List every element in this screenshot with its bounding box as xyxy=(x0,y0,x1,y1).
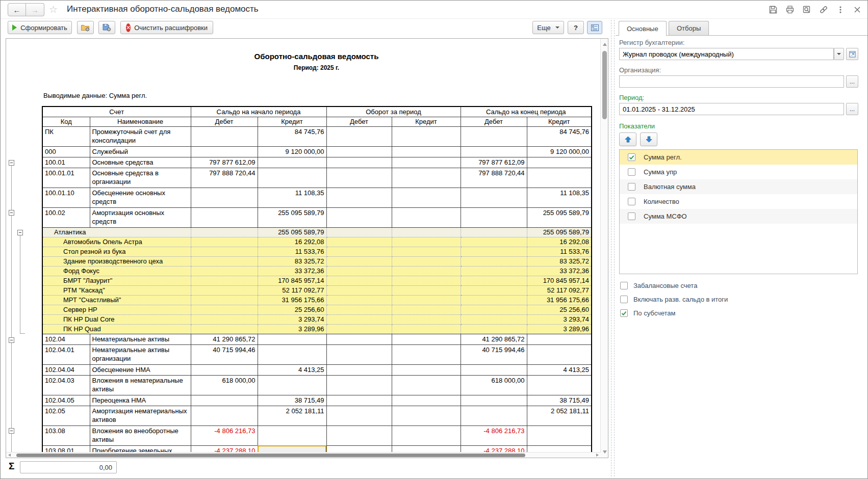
amount-cell[interactable]: 52 117 092,77 xyxy=(527,285,592,295)
indicator-row[interactable]: Валютная сумма xyxy=(620,179,857,194)
amount-cell[interactable] xyxy=(191,395,258,406)
amount-cell[interactable]: 797 888 720,44 xyxy=(191,168,258,188)
amount-cell[interactable] xyxy=(191,324,258,334)
settings-panel-toggle-button[interactable] xyxy=(587,21,602,34)
amount-cell[interactable] xyxy=(392,146,461,157)
amount-cell[interactable] xyxy=(326,237,392,247)
option-row[interactable]: Включать разв. сальдо в итоги xyxy=(620,295,728,304)
amount-cell[interactable] xyxy=(326,375,392,395)
amount-cell[interactable] xyxy=(326,247,392,256)
amount-cell[interactable] xyxy=(392,375,461,395)
amount-cell[interactable]: 25 256,60 xyxy=(527,305,592,314)
horizontal-scroll-thumb[interactable] xyxy=(16,454,525,457)
amount-cell[interactable] xyxy=(527,445,592,453)
amount-cell[interactable] xyxy=(191,256,258,266)
amount-cell[interactable] xyxy=(326,285,392,295)
amount-cell[interactable] xyxy=(392,227,461,237)
amount-cell[interactable] xyxy=(326,157,392,168)
scroll-left-arrow[interactable] xyxy=(8,454,11,457)
amount-cell[interactable] xyxy=(392,406,461,425)
amount-cell[interactable] xyxy=(326,314,392,324)
amount-cell[interactable]: 11 108,35 xyxy=(527,188,592,207)
amount-cell[interactable] xyxy=(461,276,527,285)
amount-cell[interactable] xyxy=(191,305,258,314)
amount-cell[interactable] xyxy=(191,188,258,207)
amount-cell[interactable]: 255 095 589,79 xyxy=(527,207,592,227)
amount-cell[interactable] xyxy=(258,445,326,453)
account-name-cell[interactable]: Промежуточный счет для консолидации xyxy=(90,126,191,146)
amount-cell[interactable] xyxy=(326,168,392,188)
amount-cell[interactable] xyxy=(326,344,392,364)
favorite-star-icon[interactable]: ☆ xyxy=(49,4,58,15)
account-name-cell[interactable]: Вложения в нематериальные активы xyxy=(90,375,191,395)
amount-cell[interactable] xyxy=(392,168,461,188)
amount-cell[interactable] xyxy=(191,126,258,146)
amount-cell[interactable]: 9 120 000,00 xyxy=(258,146,326,157)
account-code-cell[interactable]: 102.05 xyxy=(42,406,90,425)
amount-cell[interactable]: 16 292,08 xyxy=(258,237,326,247)
amount-cell[interactable]: 2 052 181,11 xyxy=(258,406,326,425)
amount-cell[interactable] xyxy=(191,237,258,247)
amount-cell[interactable] xyxy=(461,295,527,305)
amount-cell[interactable]: 3 293,74 xyxy=(527,314,592,324)
generate-button[interactable]: Сформировать xyxy=(8,21,72,34)
amount-cell[interactable] xyxy=(392,126,461,146)
amount-cell[interactable]: 84 745,76 xyxy=(258,126,326,146)
amount-cell[interactable] xyxy=(527,157,592,168)
indicator-row[interactable]: Сумма МСФО xyxy=(620,209,857,224)
amount-cell[interactable]: 9 120 000,00 xyxy=(527,146,592,157)
amount-cell[interactable] xyxy=(326,334,392,344)
group-collapse-toggle[interactable] xyxy=(9,428,14,434)
amount-cell[interactable] xyxy=(258,344,326,364)
amount-cell[interactable] xyxy=(326,276,392,285)
amount-cell[interactable] xyxy=(392,256,461,266)
amount-cell[interactable] xyxy=(392,276,461,285)
detail-name-cell[interactable]: РТМ "Каскад" xyxy=(42,285,191,295)
amount-cell[interactable] xyxy=(191,227,258,237)
account-name-cell[interactable]: Переоценка НМА xyxy=(90,395,191,406)
amount-cell[interactable] xyxy=(191,276,258,285)
amount-cell[interactable] xyxy=(392,395,461,406)
detail-name-cell[interactable]: ПК HP Quad xyxy=(42,324,191,334)
amount-cell[interactable] xyxy=(392,305,461,314)
account-code-cell[interactable]: ПК xyxy=(42,126,90,146)
menu-button[interactable] xyxy=(835,5,846,15)
more-button[interactable]: Еще xyxy=(532,21,564,34)
amount-cell[interactable]: 3 289,96 xyxy=(258,324,326,334)
amount-cell[interactable]: -4 806 216,73 xyxy=(461,425,527,445)
amount-cell[interactable] xyxy=(461,285,527,295)
amount-cell[interactable]: 40 715 994,46 xyxy=(461,344,527,364)
amount-cell[interactable] xyxy=(461,395,527,406)
amount-cell[interactable] xyxy=(461,256,527,266)
open-report-variant-button[interactable] xyxy=(77,21,94,34)
account-code-cell[interactable]: 102.04.03 xyxy=(42,375,90,395)
detail-name-cell[interactable]: Автомобиль Опель Астра xyxy=(42,237,191,247)
organization-input[interactable] xyxy=(619,75,844,88)
amount-cell[interactable] xyxy=(392,324,461,334)
amount-cell[interactable]: 797 877 612,09 xyxy=(191,157,258,168)
account-code-cell[interactable]: 100.01.01 xyxy=(42,168,90,188)
account-name-cell[interactable]: Нематериальные активы xyxy=(90,334,191,344)
option-checkbox[interactable] xyxy=(620,282,628,289)
amount-cell[interactable]: 38 715,49 xyxy=(527,395,592,406)
option-row[interactable]: Забалансовые счета xyxy=(620,281,697,290)
group-collapse-toggle[interactable] xyxy=(17,230,23,235)
save-button[interactable] xyxy=(768,5,778,15)
amount-cell[interactable] xyxy=(392,334,461,344)
help-button[interactable]: ? xyxy=(568,21,584,34)
amount-cell[interactable]: 797 888 720,44 xyxy=(461,168,527,188)
amount-cell[interactable] xyxy=(326,146,392,157)
amount-cell[interactable]: 170 845 957,14 xyxy=(258,276,326,285)
horizontal-scrollbar[interactable] xyxy=(6,452,601,458)
amount-cell[interactable]: 170 845 957,14 xyxy=(527,276,592,285)
amount-cell[interactable] xyxy=(258,334,326,344)
move-down-button[interactable] xyxy=(640,132,657,146)
amount-cell[interactable] xyxy=(461,266,527,276)
indicator-checkbox[interactable] xyxy=(628,153,635,161)
amount-cell[interactable] xyxy=(326,425,392,445)
amount-cell[interactable]: 84 745,76 xyxy=(527,126,592,146)
indicator-checkbox[interactable] xyxy=(628,183,635,191)
amount-cell[interactable] xyxy=(258,425,326,445)
detail-name-cell[interactable]: Здание производственного цеха xyxy=(42,256,191,266)
amount-cell[interactable] xyxy=(326,126,392,146)
